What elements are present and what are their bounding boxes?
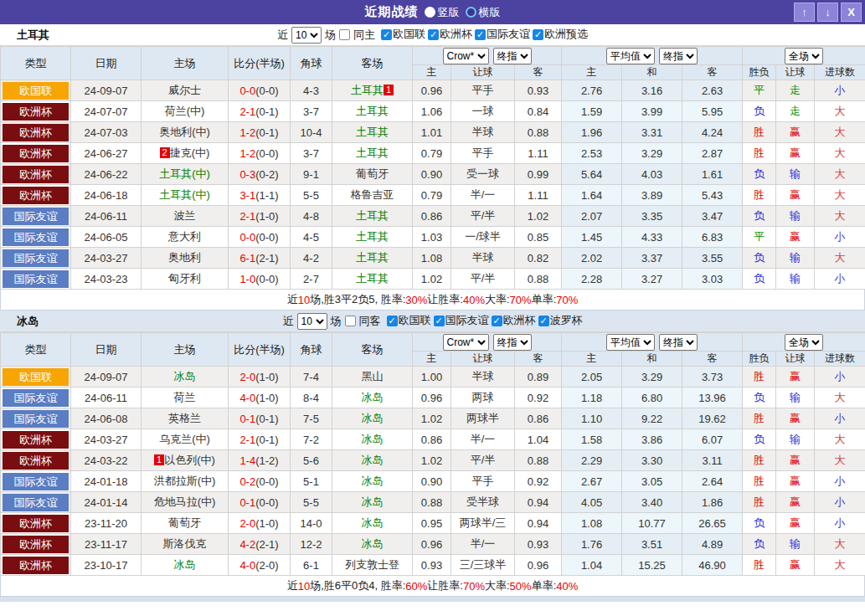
check-icon: ✓	[540, 316, 548, 326]
result-outcome: 胜	[743, 492, 776, 513]
match-date: 24-03-27	[71, 248, 142, 269]
result-outcome: 负	[743, 269, 776, 290]
europe-source-select[interactable]: 平均值	[606, 48, 655, 64]
handicap-away-odds: 0.92	[515, 471, 562, 492]
odds-source-select[interactable]: Crow*	[443, 48, 489, 64]
period-select[interactable]: 全场	[785, 334, 823, 351]
handicap-away-odds: 0.88	[515, 269, 562, 290]
col-date: 日期	[71, 47, 142, 80]
goals-outcome: 大	[815, 122, 865, 143]
league-type-cell: 国际友谊	[1, 269, 71, 290]
subcol-handicap-result: 让球	[776, 65, 815, 80]
close-button[interactable]: X	[841, 3, 862, 22]
recent-results-panel: 近期战绩 竖版 横版 ↑ ↓ X 土耳其 近 10 场 同主 ✓欧国联✓欧洲杯✓…	[0, 0, 865, 616]
table-row: 国际友谊 24-06-11 波兰 2-1(1-0) 4-8 土耳其 0.86 平…	[1, 206, 865, 227]
handicap-line: 半球	[451, 122, 515, 143]
subcol-away-odds: 客	[515, 65, 562, 80]
radio-selected-icon[interactable]	[425, 7, 435, 18]
europe-source-select[interactable]: 平均值	[606, 334, 655, 351]
handicap-outcome: 赢	[776, 185, 815, 206]
goals-outcome: 大	[815, 429, 865, 450]
check-icon: ✓	[476, 29, 484, 40]
league-filter-item: ✓波罗杯	[538, 313, 583, 328]
goals-outcome: 小	[815, 269, 865, 290]
corner-score: 5-6	[291, 450, 332, 471]
odds-time-select[interactable]: 终指	[493, 334, 532, 351]
match-date: 24-06-22	[71, 164, 142, 185]
handicap-outcome: 赢	[776, 471, 815, 492]
period-select[interactable]: 全场	[785, 48, 823, 64]
handicap-away-odds: 0.96	[515, 555, 562, 576]
europe-away-odds: 2.63	[682, 80, 743, 101]
same-venue-checkbox[interactable]	[345, 316, 356, 326]
handicap-home-odds: 0.88	[413, 492, 451, 513]
score-cell: 3-1(1-1)	[229, 185, 291, 206]
europe-home-odds: 1.10	[562, 408, 622, 429]
table-row: 欧国联 24-09-07 冰岛 2-0(1-0) 7-4 黑山 1.00 半球 …	[1, 367, 865, 388]
match-count-select[interactable]: 10	[297, 313, 327, 330]
handicap-outcome: 赢	[776, 450, 815, 471]
europe-away-odds: 2.64	[682, 471, 743, 492]
rank-badge: 1	[384, 85, 394, 95]
home-team: 匈牙利	[142, 269, 229, 290]
away-team: 土耳其	[332, 248, 413, 269]
odds-time-select[interactable]: 终指	[493, 48, 532, 64]
league-checkbox[interactable]: ✓	[533, 29, 543, 40]
handicap-outcome: 赢	[776, 227, 815, 248]
layout-radio-horizontal[interactable]: 横版	[466, 5, 501, 20]
subcol-europe-away: 客	[682, 65, 743, 80]
corner-score: 4-3	[291, 80, 332, 101]
result-outcome: 负	[743, 248, 776, 269]
col-corner: 角球	[291, 333, 332, 367]
league-checkbox[interactable]: ✓	[428, 29, 439, 40]
table-row: 国际友谊 24-03-23 匈牙利 1-0(0-0) 2-7 土耳其 1.02 …	[1, 269, 865, 290]
league-badge: 欧洲杯	[3, 536, 69, 553]
league-checkbox[interactable]: ✓	[492, 316, 502, 326]
score-cell: 1-0(0-0)	[229, 269, 291, 290]
handicap-line: 平/半	[451, 269, 515, 290]
league-checkbox[interactable]: ✓	[538, 316, 549, 326]
result-outcome: 胜	[743, 408, 776, 429]
match-date: 24-03-27	[71, 429, 142, 450]
europe-draw-odds: 15.25	[622, 555, 682, 576]
europe-time-select[interactable]: 终指	[659, 48, 698, 64]
home-team: 洪都拉斯(中)	[142, 471, 229, 492]
check-icon: ✓	[389, 316, 396, 326]
league-checkbox[interactable]: ✓	[475, 29, 486, 40]
odds-source-select[interactable]: Crow*	[443, 334, 489, 351]
handicap-home-odds: 0.96	[413, 388, 451, 408]
layout-radio-vertical[interactable]: 竖版	[425, 5, 460, 20]
result-outcome: 胜	[743, 555, 776, 576]
match-count-select[interactable]: 10	[291, 27, 322, 44]
league-checkbox[interactable]: ✓	[387, 316, 398, 326]
league-checkbox-label: 欧洲预选	[544, 27, 588, 42]
scroll-down-button[interactable]: ↓	[817, 3, 838, 22]
home-team: 英格兰	[142, 408, 229, 429]
europe-away-odds: 1.86	[682, 492, 743, 513]
europe-time-select[interactable]: 终指	[659, 334, 698, 351]
league-badge: 欧洲杯	[3, 166, 69, 183]
home-team: 荷兰	[142, 388, 229, 408]
radio-unselected-icon[interactable]	[466, 7, 476, 18]
handicap-away-odds: 0.93	[515, 534, 562, 555]
europe-draw-odds: 4.33	[622, 227, 682, 248]
europe-home-odds: 2.53	[562, 143, 622, 164]
europe-draw-odds: 4.03	[622, 164, 682, 185]
scroll-up-button[interactable]: ↑	[794, 3, 815, 22]
league-badge: 国际友谊	[3, 249, 69, 267]
result-outcome: 胜	[743, 471, 776, 492]
table-header: 类型 日期 主场 比分(半场) 角球 客场 Crow* 终指 平均值 终指	[1, 47, 865, 80]
team-name-label: 土耳其	[17, 28, 49, 43]
handicap-away-odds: 0.89	[515, 367, 562, 388]
subcol-result: 胜负	[743, 352, 776, 367]
same-venue-checkbox[interactable]	[339, 29, 350, 40]
score-cell: 6-1(2-1)	[229, 248, 291, 269]
league-checkbox[interactable]: ✓	[381, 29, 392, 40]
europe-home-odds: 1.08	[562, 513, 622, 534]
handicap-line: 受半球	[451, 492, 515, 513]
corner-score: 4-8	[291, 206, 332, 227]
league-checkbox[interactable]: ✓	[434, 316, 445, 326]
away-team: 土耳其1	[332, 80, 413, 101]
summary-segment: 场,胜6平0负4, 胜率:	[310, 578, 405, 593]
handicap-outcome: 赢	[776, 122, 815, 143]
